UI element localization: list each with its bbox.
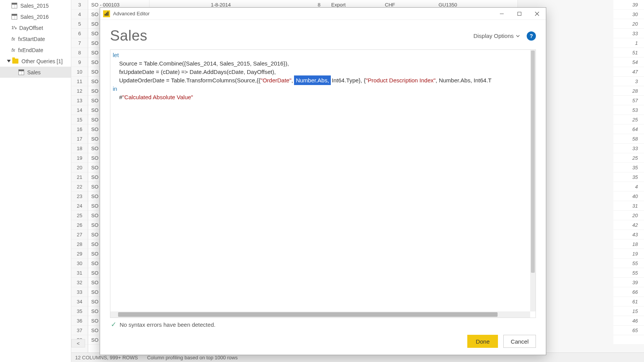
row-number: 7 <box>71 38 88 48</box>
row-number: 21 <box>71 172 88 182</box>
dialog-buttons: Done Cancel <box>110 331 536 350</box>
done-button[interactable]: Done <box>467 335 498 348</box>
row-number: 14 <box>71 105 88 115</box>
tree-item-sales-2015[interactable]: Sales_2015 <box>0 0 71 11</box>
row-number: 8 <box>71 48 88 57</box>
right-cell: 25 <box>613 153 644 163</box>
row-number: 3 <box>71 0 88 10</box>
display-options-dropdown[interactable]: Display Options <box>473 33 520 39</box>
right-cell: 20 <box>613 19 644 29</box>
right-cell: 51 <box>613 48 644 57</box>
right-cell: 66 <box>613 287 644 297</box>
powerbi-icon <box>103 10 110 17</box>
right-cell: 65 <box>613 326 644 335</box>
editor-hscrollbar[interactable] <box>110 311 530 318</box>
vscroll-thumb[interactable] <box>531 51 535 273</box>
scroll-left-button[interactable]: < <box>71 339 85 347</box>
row-number: 13 <box>71 96 88 105</box>
tree-item-label: DayOffset <box>19 25 43 31</box>
right-cell: 42 <box>613 220 644 230</box>
fx-icon: fx <box>12 48 15 53</box>
dialog-body: Sales Display Options ? let Source = Tab… <box>100 20 546 355</box>
row-number: 9 <box>71 57 88 67</box>
right-cell <box>613 335 644 345</box>
right-cell: 28 <box>613 86 644 96</box>
queries-tree: Sales_2015 Sales_2016 1²₃ DayOffset fx f… <box>0 0 71 362</box>
number-type-icon: 1²₃ <box>12 25 16 30</box>
cancel-button[interactable]: Cancel <box>503 335 536 348</box>
right-cell: 15 <box>613 306 644 316</box>
right-cell: 25 <box>613 115 644 124</box>
tree-item-fxstartdate[interactable]: fx fxStartDate <box>0 33 71 44</box>
right-column: 3930203315154473285753256458332535354403… <box>613 0 644 345</box>
tree-item-label: Sales <box>27 69 41 75</box>
right-cell: 3 <box>613 77 644 86</box>
table-icon <box>12 14 17 20</box>
right-cell: 31 <box>613 201 644 211</box>
row-number: 18 <box>71 144 88 153</box>
right-cell: 19 <box>613 249 644 259</box>
help-button[interactable]: ? <box>527 31 536 41</box>
tree-item-dayoffset[interactable]: 1²₃ DayOffset <box>0 22 71 33</box>
right-cell: 35 <box>613 163 644 172</box>
row-number: 36 <box>71 316 88 326</box>
row-number: 15 <box>71 115 88 124</box>
fx-icon: fx <box>12 36 15 42</box>
row-number: 19 <box>71 153 88 163</box>
selected-text: Number.Abs, <box>295 76 330 84</box>
row-number: 12 <box>71 86 88 96</box>
editor-vscrollbar[interactable] <box>530 50 536 311</box>
code-editor[interactable]: let Source = Table.Combine({Sales_2014, … <box>110 49 536 318</box>
tree-item-sales-2016[interactable]: Sales_2016 <box>0 11 71 22</box>
row-number: 30 <box>71 259 88 268</box>
row-number: 31 <box>71 268 88 278</box>
hscroll-thumb[interactable] <box>118 312 498 317</box>
row-number: 10 <box>71 67 88 77</box>
right-cell: 35 <box>613 172 644 182</box>
right-cell: 58 <box>613 134 644 144</box>
svg-rect-4 <box>518 12 521 15</box>
check-icon: ✓ <box>111 320 117 329</box>
dialog-header: Sales Display Options ? <box>110 28 536 44</box>
table-icon <box>18 69 24 75</box>
right-cell: 4 <box>613 182 644 192</box>
right-cell: 33 <box>613 144 644 153</box>
right-cell: 1 <box>613 38 644 48</box>
row-number: 23 <box>71 192 88 201</box>
right-cell: 40 <box>613 192 644 201</box>
chevron-down-icon <box>7 60 11 62</box>
row-number: 29 <box>71 249 88 259</box>
tree-item-label: fxEndDate <box>18 47 43 53</box>
dialog-titlebar[interactable]: Advanced Editor <box>100 8 546 20</box>
syntax-status: ✓ No syntax errors have been detected. <box>110 318 536 331</box>
row-number: 27 <box>71 230 88 239</box>
right-cell: 30 <box>613 10 644 19</box>
right-cell: 18 <box>613 239 644 249</box>
close-button[interactable] <box>528 8 546 20</box>
row-number: 35 <box>71 306 88 316</box>
display-options-label: Display Options <box>473 33 514 39</box>
advanced-editor-dialog: Advanced Editor Sales Display Options ? <box>100 7 546 355</box>
row-number: 34 <box>71 297 88 306</box>
row-number: 37 <box>71 326 88 335</box>
row-number: 11 <box>71 77 88 86</box>
right-cell: 57 <box>613 96 644 105</box>
right-cell: 54 <box>613 57 644 67</box>
row-number: 28 <box>71 239 88 249</box>
tree-item-fxenddate[interactable]: fx fxEndDate <box>0 44 71 56</box>
dialog-title: Advanced Editor <box>113 11 150 16</box>
row-number: 33 <box>71 287 88 297</box>
table-icon <box>12 3 17 8</box>
right-cell: 55 <box>613 259 644 268</box>
maximize-button[interactable] <box>511 8 528 20</box>
row-number: 5 <box>71 19 88 29</box>
tree-group-other-queries[interactable]: Other Queries [1] <box>0 56 71 67</box>
right-cell: 55 <box>613 268 644 278</box>
minimize-button[interactable] <box>493 8 511 20</box>
tree-item-sales[interactable]: Sales <box>0 67 71 78</box>
code-content[interactable]: let Source = Table.Combine({Sales_2014, … <box>110 50 536 311</box>
chevron-down-icon <box>516 35 520 37</box>
row-number: 17 <box>71 134 88 144</box>
right-cell: 43 <box>613 230 644 239</box>
right-cell: 53 <box>613 105 644 115</box>
